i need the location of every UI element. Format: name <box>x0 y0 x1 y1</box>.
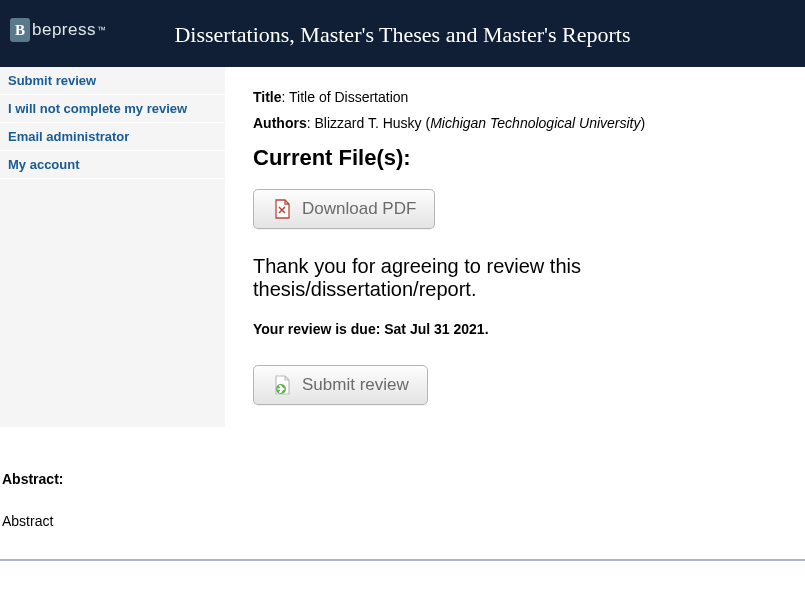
title-label: Title <box>253 89 282 105</box>
authors-row: Authors: Blizzard T. Husky (Michigan Tec… <box>253 115 795 131</box>
download-pdf-button[interactable]: Download PDF <box>253 189 435 229</box>
submit-icon <box>272 375 292 395</box>
sidebar-item-not-complete[interactable]: I will not complete my review <box>0 95 225 123</box>
lower-section: Abstract: Abstract <box>0 471 805 529</box>
sidebar: Submit review I will not complete my rev… <box>0 67 225 427</box>
title-row: Title: Title of Dissertation <box>253 89 795 105</box>
author-name: Blizzard T. Husky <box>314 115 421 131</box>
download-pdf-label: Download PDF <box>302 199 416 219</box>
header: B bepress ™ Dissertations, Master's Thes… <box>0 0 805 67</box>
bepress-logo-icon: B <box>10 18 30 42</box>
submit-review-button[interactable]: Submit review <box>253 365 428 405</box>
sidebar-item-submit-review[interactable]: Submit review <box>0 67 225 95</box>
title-value: Title of Dissertation <box>289 89 408 105</box>
submit-review-label: Submit review <box>302 375 409 395</box>
logo-trademark: ™ <box>97 25 106 35</box>
abstract-body: Abstract <box>2 513 803 529</box>
due-suffix: . <box>485 321 489 337</box>
page-title: Dissertations, Master's Theses and Maste… <box>0 20 805 48</box>
author-affiliation: Michigan Technological University <box>430 115 640 131</box>
content-container: Submit review I will not complete my rev… <box>0 67 805 427</box>
pdf-icon <box>272 199 292 219</box>
due-prefix: Your review is due: <box>253 321 384 337</box>
review-due: Your review is due: Sat Jul 31 2021. <box>253 321 795 337</box>
sidebar-item-email-admin[interactable]: Email administrator <box>0 123 225 151</box>
main-content: Title: Title of Dissertation Authors: Bl… <box>225 67 805 427</box>
abstract-label: Abstract: <box>2 471 803 487</box>
divider <box>0 559 805 561</box>
thank-you-text: Thank you for agreeing to review this th… <box>253 255 795 301</box>
sidebar-item-my-account[interactable]: My account <box>0 151 225 179</box>
current-files-heading: Current File(s): <box>253 145 795 171</box>
due-date: Sat Jul 31 2021 <box>384 321 484 337</box>
logo[interactable]: B bepress ™ <box>10 18 106 42</box>
logo-text: bepress <box>32 20 96 40</box>
authors-label: Authors <box>253 115 307 131</box>
